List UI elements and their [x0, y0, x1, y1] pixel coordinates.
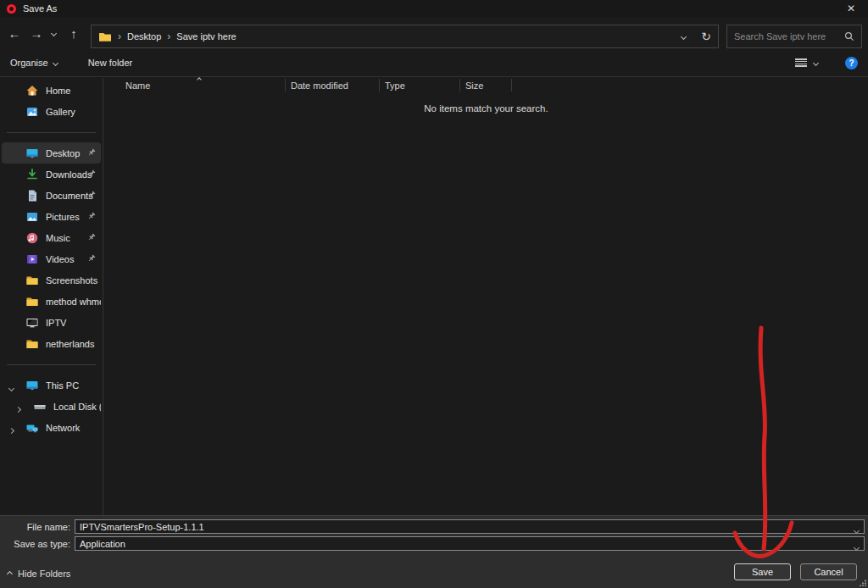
sidebar-item-downloads[interactable]: Downloads: [2, 164, 101, 185]
chevron-down-icon: [53, 59, 58, 65]
file-name-input[interactable]: [75, 522, 864, 532]
breadcrumb-desktop[interactable]: Desktop: [127, 31, 161, 42]
recent-locations-dropdown[interactable]: [47, 31, 59, 36]
new-folder-label: New folder: [88, 58, 133, 68]
sidebar-item-documents[interactable]: Documents: [2, 185, 101, 206]
new-folder-button[interactable]: New folder: [88, 58, 133, 68]
view-options-dropdown-icon[interactable]: [813, 59, 819, 65]
save-button[interactable]: Save: [734, 563, 791, 580]
iptv-monitor-icon: [25, 316, 39, 330]
sidebar-item-label: Local Disk (C:): [53, 402, 101, 412]
folder-icon: [25, 295, 39, 308]
pin-icon: [87, 191, 96, 199]
desktop-icon: [25, 147, 39, 160]
sidebar-item-home[interactable]: Home: [2, 80, 101, 101]
folder-icon: [25, 274, 39, 287]
breadcrumb-current-folder[interactable]: Save iptv here: [176, 31, 236, 42]
file-name-label: File name:: [0, 522, 75, 532]
column-header-type[interactable]: Type: [380, 80, 459, 91]
videos-icon: [25, 252, 39, 266]
window-title: Save As: [23, 3, 57, 14]
sidebar-item-label: Gallery: [46, 107, 75, 117]
pin-icon: [87, 254, 96, 263]
sidebar-item-label: Screenshots: [46, 275, 97, 286]
up-button[interactable]: ↑: [63, 26, 85, 41]
sidebar-item-label: Documents: [46, 191, 93, 201]
sidebar-item-label: netherlands: [46, 339, 95, 349]
pictures-icon: [25, 210, 39, 224]
cancel-button[interactable]: Cancel: [800, 563, 857, 580]
documents-icon: [25, 189, 39, 202]
chevron-right-icon[interactable]: [16, 403, 20, 413]
hide-folders-label: Hide Folders: [18, 569, 70, 579]
sidebar-item-label: IPTV: [46, 318, 66, 328]
folder-icon: [25, 337, 39, 351]
navigation-pane: Home Gallery Desktop Downloads: [0, 78, 103, 515]
column-separator[interactable]: [511, 79, 512, 92]
breadcrumb-separator: ›: [167, 31, 170, 42]
organise-label: Organise: [10, 58, 48, 68]
sidebar-item-label: Pictures: [46, 212, 80, 222]
sidebar-divider: [7, 132, 96, 133]
sidebar-item-label: Desktop: [46, 148, 80, 158]
chevron-down-icon[interactable]: [9, 382, 14, 392]
sidebar-item-iptv[interactable]: IPTV: [2, 312, 101, 333]
column-header-size[interactable]: Size: [460, 80, 511, 91]
file-list-area: Name Date modified Type Size No items ma…: [104, 78, 868, 515]
downloads-icon: [25, 168, 39, 181]
chevron-up-icon: [7, 570, 13, 576]
sidebar-item-pictures[interactable]: Pictures: [2, 206, 101, 227]
sidebar-item-desktop[interactable]: Desktop: [2, 142, 101, 164]
sidebar-item-this-pc[interactable]: This PC: [2, 374, 101, 396]
home-icon: [25, 84, 39, 97]
sidebar-item-music[interactable]: Music: [2, 227, 101, 248]
search-input[interactable]: [734, 31, 844, 42]
sidebar-item-label: Network: [46, 423, 80, 433]
folder-icon: [98, 30, 112, 43]
forward-button[interactable]: →: [25, 26, 47, 41]
sidebar-item-method-whmcs[interactable]: method whmcs ba: [2, 291, 101, 312]
hide-folders-button[interactable]: Hide Folders: [8, 569, 70, 579]
sidebar-item-gallery[interactable]: Gallery: [2, 101, 101, 122]
sidebar-item-local-disk-c[interactable]: Local Disk (C:): [2, 396, 101, 417]
column-header-row: Name Date modified Type Size: [104, 78, 868, 92]
save-as-type-label: Save as type:: [0, 539, 75, 549]
sidebar-item-network[interactable]: Network: [2, 417, 101, 438]
save-as-type-value: Application: [75, 539, 125, 549]
sidebar-item-label: Music: [46, 233, 70, 243]
back-button[interactable]: ←: [3, 26, 25, 41]
sidebar-item-label: Downloads: [46, 169, 92, 180]
sidebar-item-netherlands[interactable]: netherlands: [2, 333, 101, 354]
chevron-right-icon[interactable]: [9, 424, 14, 435]
refresh-icon[interactable]: ↻: [701, 30, 711, 43]
titlebar: Save As ✕: [0, 0, 868, 17]
sidebar-item-screenshots[interactable]: Screenshots: [2, 269, 101, 291]
sidebar-item-label: method whmcs ba: [46, 297, 101, 307]
gallery-icon: [25, 105, 39, 119]
command-toolbar: Organise New folder ?: [0, 49, 868, 77]
sidebar-item-videos[interactable]: Videos: [2, 248, 101, 269]
search-box[interactable]: [726, 25, 862, 48]
column-header-name[interactable]: Name: [104, 80, 285, 91]
network-icon: [25, 421, 39, 435]
resize-grip[interactable]: [860, 580, 866, 586]
close-icon[interactable]: ✕: [841, 3, 861, 14]
save-as-type-select[interactable]: Application: [75, 536, 865, 551]
chevron-down-icon[interactable]: [854, 541, 859, 552]
breadcrumb-separator: ›: [118, 31, 121, 42]
change-view-icon[interactable]: [795, 58, 807, 68]
chevron-down-icon[interactable]: [854, 524, 859, 535]
empty-results-message: No items match your search.: [104, 103, 868, 114]
help-icon[interactable]: ?: [845, 57, 858, 69]
pin-icon: [87, 148, 96, 157]
pin-icon: [87, 233, 96, 241]
sidebar-item-label: Videos: [46, 254, 74, 264]
address-dropdown-icon[interactable]: [681, 33, 687, 39]
address-bar[interactable]: › Desktop › Save iptv here ↻: [91, 25, 719, 48]
file-name-combobox[interactable]: [75, 519, 865, 534]
column-header-date-modified[interactable]: Date modified: [286, 80, 379, 91]
sidebar-item-label: This PC: [46, 380, 79, 391]
this-pc-icon: [25, 379, 39, 392]
organise-button[interactable]: Organise: [10, 58, 58, 68]
sidebar-item-label: Home: [46, 86, 70, 96]
